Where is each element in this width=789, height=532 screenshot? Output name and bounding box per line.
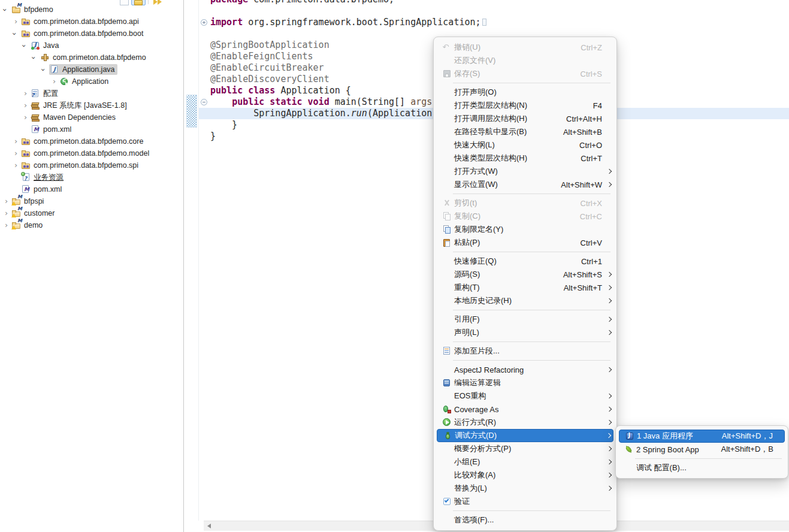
context-menu-item[interactable]: 引用(F): [437, 313, 613, 326]
package-explorer: bfpdemocom.primeton.data.bfpdemo.apicom.…: [0, 0, 183, 532]
chevron-expanded-icon[interactable]: [2, 5, 11, 14]
tree-item[interactable]: com.primeton.data.bfpdemo.api: [0, 16, 183, 28]
context-menu-item[interactable]: EOS重构: [437, 389, 613, 403]
context-menu-item[interactable]: 打开方式(W): [437, 165, 613, 178]
tree-item-labelwrap: com.primeton.data.bfpdemo.boot: [20, 28, 146, 39]
menu-item-shortcut: Alt+Shift+W: [548, 180, 602, 189]
scroll-left-icon[interactable]: [207, 524, 211, 528]
tree-item[interactable]: com.primeton.data.bfpdemo.boot: [0, 28, 183, 40]
context-menu-item[interactable]: 验证: [437, 495, 613, 508]
tree-item[interactable]: demo: [0, 219, 183, 231]
context-menu-item[interactable]: 编辑运算逻辑: [437, 376, 613, 389]
menu-item-shortcut: Alt+Shift+D，B: [708, 444, 773, 455]
context-menu-item[interactable]: 源码(S)Alt+Shift+S: [437, 268, 613, 281]
chevron-collapsed-icon[interactable]: [11, 161, 20, 170]
context-menu-item[interactable]: 声明(L): [437, 326, 613, 339]
tree-item-label: pom.xml: [43, 125, 71, 134]
context-menu-item[interactable]: 复制限定名(Y): [437, 223, 613, 236]
tree-item[interactable]: JRE 系统库 [JavaSE-1.8]: [0, 99, 183, 111]
menu-item-label: 打开类型层次结构(N): [454, 100, 527, 111]
tree-item[interactable]: com.primeton.data.bfpdemo.spi: [0, 159, 183, 171]
submenu-arrow-icon: [607, 473, 612, 477]
context-menu-item[interactable]: 首选项(F)...: [437, 513, 613, 527]
submenu-item[interactable]: 调试 配置(B)...: [619, 461, 785, 474]
context-menu-item[interactable]: 复制(C)Ctrl+C: [437, 210, 613, 223]
context-menu-item[interactable]: 撤销(U)Ctrl+Z: [437, 41, 613, 54]
chevron-collapsed-icon[interactable]: [21, 113, 30, 122]
context-menu-item[interactable]: Coverage As: [437, 403, 613, 416]
context-menu-item[interactable]: 替换为(L): [437, 482, 613, 495]
context-menu-item[interactable]: 打开声明(O): [437, 86, 613, 99]
submenu-item[interactable]: 2 Spring Boot AppAlt+Shift+D，B: [619, 443, 785, 456]
chevron-expanded-icon[interactable]: [40, 65, 49, 74]
module-folder-icon: [21, 149, 31, 158]
tree-item[interactable]: Application.java: [0, 64, 183, 75]
context-menu-item[interactable]: 小组(E): [437, 455, 613, 468]
context-menu-item[interactable]: 打开调用层次结构(H)Ctrl+Alt+H: [437, 112, 613, 125]
chevron-collapsed-icon[interactable]: [2, 197, 11, 206]
context-menu-item[interactable]: 快速修正(Q)Ctrl+1: [437, 255, 613, 268]
chevron-collapsed-icon[interactable]: [2, 208, 11, 218]
tree-item-label: customer: [24, 209, 55, 217]
context-menu-item[interactable]: 概要分析方式(P): [437, 442, 613, 455]
context-menu-item[interactable]: 比较对象(A): [437, 468, 613, 482]
context-menu-item[interactable]: 运行方式(R): [437, 416, 613, 429]
context-menu-item[interactable]: 剪切(t)Ctrl+X: [437, 197, 613, 210]
tree-item[interactable]: Java: [0, 40, 183, 52]
context-menu-item[interactable]: 粘贴(P)Ctrl+V: [437, 236, 613, 249]
tree-item[interactable]: pom.xml: [0, 123, 183, 135]
chevron-collapsed-icon[interactable]: [11, 17, 20, 26]
tree-item[interactable]: com.primeton.data.bfpdemo.model: [0, 147, 183, 159]
chevron-collapsed-icon[interactable]: [11, 149, 20, 158]
context-menu-item[interactable]: 快速大纲(L)Ctrl+O: [437, 138, 613, 152]
tree-item[interactable]: customer: [0, 207, 183, 219]
chevron-expanded-icon[interactable]: [11, 29, 20, 38]
chevron-collapsed-icon[interactable]: [2, 220, 11, 230]
context-menu-item[interactable]: AspectJ Refactoring: [437, 363, 613, 376]
tree-item[interactable]: pom.xml: [0, 183, 183, 195]
tree-item[interactable]: com.primeton.data.bfpdemo: [0, 52, 183, 64]
tree-item[interactable]: bfpspi: [0, 195, 183, 207]
java-file-icon: [50, 65, 59, 74]
tree-item[interactable]: 业务资源: [0, 171, 183, 183]
menu-item-label: 验证: [454, 496, 470, 507]
context-menu: 撤销(U)Ctrl+Z还原文件(V)保存(S)Ctrl+S打开声明(O)打开类型…: [433, 37, 617, 531]
java-nature-icon: [31, 41, 40, 50]
chevron-collapsed-icon[interactable]: [21, 101, 30, 110]
context-menu-item[interactable]: 调试方式(D): [437, 429, 613, 442]
context-menu-item[interactable]: 本地历史记录(H): [437, 294, 613, 307]
pom-icon: [21, 185, 31, 194]
context-menu-item[interactable]: 显示位置(W)Alt+Shift+W: [437, 178, 613, 191]
tree-item[interactable]: bfpdemo: [0, 4, 183, 16]
submenu-arrow-icon: [606, 433, 611, 438]
tree-item-labelwrap: bfpspi: [11, 196, 46, 207]
context-menu-item[interactable]: 重构(T)Alt+Shift+T: [437, 281, 613, 294]
tree-item[interactable]: Application: [0, 75, 183, 87]
fold-collapse-icon[interactable]: [201, 99, 207, 105]
menu-separator: [635, 458, 782, 459]
chevron-collapsed-icon[interactable]: [50, 77, 59, 86]
context-menu-item[interactable]: 快速类型层次结构(H)Ctrl+T: [437, 152, 613, 165]
chevron-collapsed-icon[interactable]: [11, 137, 20, 146]
menu-item-label: 调试 配置(B)...: [636, 463, 687, 473]
chevron-expanded-icon[interactable]: [21, 41, 30, 50]
context-menu-item[interactable]: 在路径导航中显示(B)Alt+Shift+B: [437, 125, 613, 138]
menu-item-label: 剪切(t): [454, 198, 477, 208]
chevron-expanded-icon[interactable]: [31, 53, 40, 62]
tree-item[interactable]: 配置: [0, 87, 183, 99]
context-menu-item[interactable]: 还原文件(V): [437, 54, 613, 67]
tree-item-label: com.primeton.data.bfpdemo.model: [34, 149, 149, 158]
context-menu-item[interactable]: 添加至片段...: [437, 344, 613, 358]
context-menu-item[interactable]: 打开类型层次结构(N)F4: [437, 99, 613, 112]
context-menu-item[interactable]: 保存(S)Ctrl+S: [437, 67, 613, 80]
submenu-item[interactable]: 1 Java 应用程序Alt+Shift+D，J: [619, 430, 785, 443]
library-icon: [31, 113, 40, 122]
pom-icon: [31, 125, 40, 134]
tree-item[interactable]: Maven Dependencies: [0, 111, 183, 123]
chevron-collapsed-icon[interactable]: [21, 89, 30, 98]
fold-expand-icon[interactable]: [201, 19, 207, 26]
menu-item-shortcut: Ctrl+Alt+H: [553, 114, 602, 123]
tree-item[interactable]: com.primeton.data.bfpdemo.core: [0, 135, 183, 147]
menu-separator: [453, 310, 610, 310]
menu-item-shortcut: Alt+Shift+B: [550, 128, 602, 137]
